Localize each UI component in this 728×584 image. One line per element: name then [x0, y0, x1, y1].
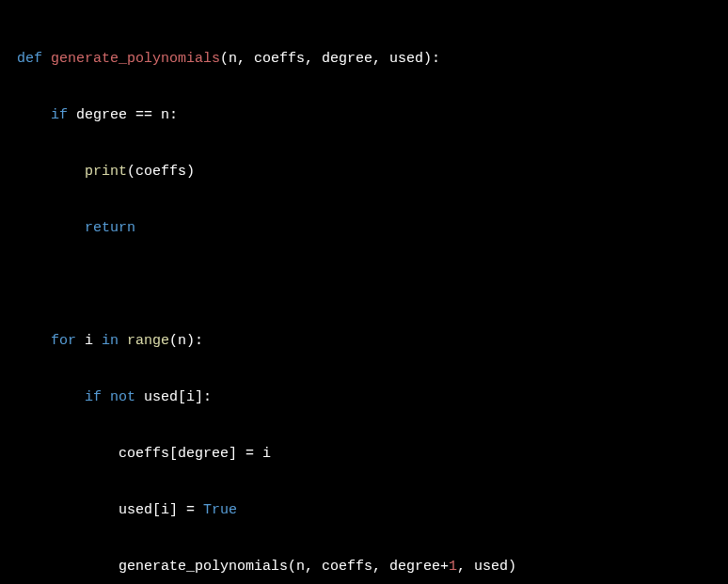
code-line-5: for i in range(n): [17, 327, 711, 355]
keyword-def: def [17, 51, 42, 67]
builtin-print: print [85, 164, 127, 180]
code-block: def generate_polynomials(n, coeffs, degr… [17, 17, 711, 584]
number-one: 1 [449, 559, 457, 575]
keyword-if: if [51, 107, 68, 123]
blank-line [17, 271, 711, 299]
keyword-if: if [85, 389, 102, 405]
code-line-9: generate_polynomials(n, coeffs, degree+1… [17, 553, 711, 581]
code-line-7: coeffs[degree] = i [17, 440, 711, 468]
code-line-4: return [17, 214, 711, 243]
code-line-2: if degree == n: [17, 102, 711, 130]
keyword-in: in [102, 333, 119, 349]
params: (n, coeffs, degree, used): [220, 51, 440, 67]
function-name: generate_polynomials [51, 51, 220, 67]
code-line-3: print(coeffs) [17, 158, 711, 186]
builtin-range: range [127, 333, 169, 349]
code-line-8: used[i] = True [17, 497, 711, 525]
code-line-1: def generate_polynomials(n, coeffs, degr… [17, 45, 711, 73]
keyword-return: return [85, 220, 135, 236]
keyword-not: not [110, 389, 135, 405]
code-line-6: if not used[i]: [17, 384, 711, 412]
bool-true: True [203, 502, 237, 518]
keyword-for: for [51, 333, 76, 349]
